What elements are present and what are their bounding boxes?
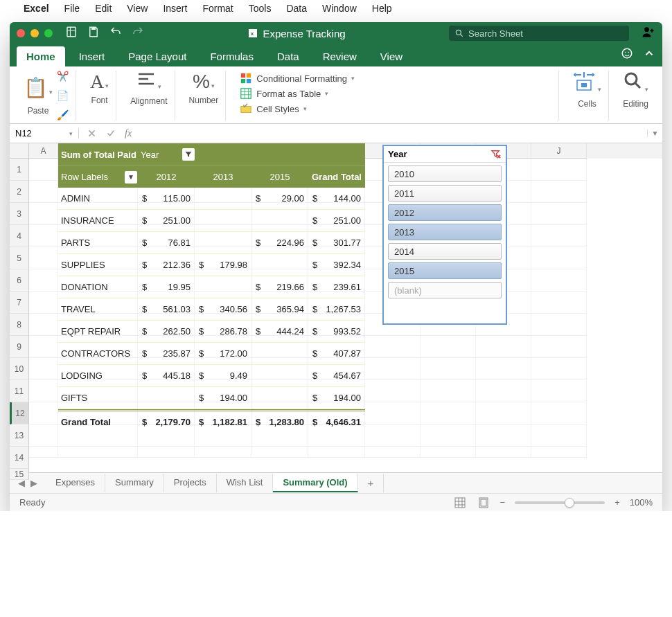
slicer-item-2013[interactable]: 2013 xyxy=(388,224,502,240)
smiley-feedback-icon[interactable] xyxy=(621,47,633,62)
tab-insert[interactable]: Insert xyxy=(69,46,115,66)
cut-icon[interactable]: ✂️ xyxy=(57,71,69,82)
tab-formulas[interactable]: Formulas xyxy=(200,46,263,66)
row-header-8[interactable]: 8 xyxy=(10,314,29,336)
menu-help[interactable]: Help xyxy=(372,3,392,14)
accept-formula-icon[interactable] xyxy=(106,129,115,138)
row-header-6[interactable]: 6 xyxy=(10,269,29,292)
paste-button[interactable]: 📋▾ xyxy=(24,76,53,99)
alignment-button[interactable]: ▾ xyxy=(136,71,161,93)
slicer-item-2015[interactable]: 2015 xyxy=(388,262,502,279)
slicer-item-blank[interactable]: (blank) xyxy=(388,282,502,298)
pivot-row[interactable]: ADMIN$115.00$29.00$144.00 xyxy=(58,188,365,210)
minimize-window-button[interactable] xyxy=(30,29,39,37)
zoom-level[interactable]: 100% xyxy=(630,497,653,508)
font-button[interactable]: A▾ xyxy=(90,71,109,93)
year-slicer[interactable]: Year 201020112012201320142015(blank) xyxy=(382,145,507,325)
sheet-tab-wish-list[interactable]: Wish List xyxy=(217,474,274,492)
pivot-row[interactable]: GIFTS$194.00$194.00 xyxy=(58,387,365,409)
col-header-J[interactable]: J xyxy=(531,143,587,159)
zoom-out-button[interactable]: − xyxy=(500,497,506,508)
conditional-formatting-button[interactable]: Conditional Formatting▾ xyxy=(240,72,551,84)
pivot-row[interactable]: PARTS$76.81$224.96$301.77 xyxy=(58,232,365,254)
pivot-grand-total-row[interactable]: Grand Total$2,179.70$1,182.81$1,283.80$4… xyxy=(58,409,365,433)
slicer-item-2014[interactable]: 2014 xyxy=(388,243,502,260)
clear-filter-icon[interactable] xyxy=(490,150,502,159)
row-header-9[interactable]: 9 xyxy=(10,336,29,358)
new-workbook-icon[interactable] xyxy=(65,26,78,41)
pivot-row[interactable]: SUPPLIES$212.36$179.98$392.34 xyxy=(58,254,365,276)
pivot-row[interactable]: CONTRACTORS$235.87$172.00$407.87 xyxy=(58,343,365,365)
fx-icon[interactable]: fx xyxy=(125,128,132,139)
tab-home[interactable]: Home xyxy=(17,46,65,66)
row-header-7[interactable]: 7 xyxy=(10,292,29,314)
pivot-row[interactable]: DONATION$19.95$219.66$239.61 xyxy=(58,276,365,298)
row-header-4[interactable]: 4 xyxy=(10,225,29,247)
next-sheet-icon[interactable]: ▶ xyxy=(30,478,37,488)
app-menu[interactable]: Excel xyxy=(24,3,49,14)
menu-edit[interactable]: Edit xyxy=(95,3,112,14)
page-layout-view-icon[interactable] xyxy=(477,496,490,510)
number-format-button[interactable]: %▾ xyxy=(193,71,215,93)
cells-button[interactable]: ▾ xyxy=(573,71,601,96)
sheet-tab-expenses[interactable]: Expenses xyxy=(46,474,105,492)
select-all-corner[interactable] xyxy=(10,143,29,159)
row-header-5[interactable]: 5 xyxy=(10,247,29,269)
redo-icon[interactable] xyxy=(132,26,144,41)
row-header-2[interactable]: 2 xyxy=(10,181,29,203)
tab-page-layout[interactable]: Page Layout xyxy=(118,46,196,66)
menu-tools[interactable]: Tools xyxy=(249,3,272,14)
close-window-button[interactable] xyxy=(17,29,25,37)
undo-icon[interactable] xyxy=(109,26,122,41)
menu-data[interactable]: Data xyxy=(286,3,307,14)
search-icon xyxy=(454,28,464,38)
menu-insert[interactable]: Insert xyxy=(163,3,187,14)
cancel-formula-icon[interactable] xyxy=(87,129,96,138)
search-sheet-input[interactable]: Search Sheet xyxy=(449,26,629,41)
format-as-table-button[interactable]: Format as Table▾ xyxy=(240,87,551,100)
sheet-tab-summary[interactable]: Summary xyxy=(105,474,164,492)
pivot-row[interactable]: TRAVEL$561.03$340.56$365.94$1,267.53 xyxy=(58,298,365,321)
menu-file[interactable]: File xyxy=(64,3,80,14)
row-header-14[interactable]: 14 xyxy=(10,447,29,469)
slicer-item-2012[interactable]: 2012 xyxy=(388,204,502,221)
menu-window[interactable]: Window xyxy=(322,3,357,14)
tab-data[interactable]: Data xyxy=(267,46,309,66)
add-sheet-button[interactable]: + xyxy=(358,474,384,492)
col-header-A[interactable]: A xyxy=(29,143,58,159)
editing-button[interactable]: ▾ xyxy=(623,71,648,96)
tab-view[interactable]: View xyxy=(371,46,412,66)
zoom-window-button[interactable] xyxy=(44,29,53,37)
expand-formula-bar-icon[interactable]: ▼ xyxy=(647,129,662,137)
row-header-11[interactable]: 11 xyxy=(10,380,29,402)
zoom-slider[interactable] xyxy=(515,501,605,504)
pivot-row-filter-icon[interactable]: ▼ xyxy=(125,171,137,184)
pivot-row[interactable]: INSURANCE$251.00$251.00 xyxy=(58,210,365,232)
row-header-12[interactable]: 12 xyxy=(10,402,29,424)
row-header-3[interactable]: 3 xyxy=(10,203,29,225)
sheet-tab-summary-old-[interactable]: Summary (Old) xyxy=(273,474,357,492)
share-button[interactable] xyxy=(642,25,655,42)
sheet-tab-projects[interactable]: Projects xyxy=(164,474,217,492)
normal-view-icon[interactable] xyxy=(453,496,467,510)
grid[interactable]: ABCDEFGHIJ Sum of Total Paid Year Row La… xyxy=(29,143,662,472)
pivot-column-filter-icon[interactable] xyxy=(182,148,195,161)
row-header-15[interactable]: 15 xyxy=(10,469,29,480)
slicer-item-2011[interactable]: 2011 xyxy=(388,185,502,202)
menu-format[interactable]: Format xyxy=(202,3,233,14)
collapse-ribbon-icon[interactable] xyxy=(643,47,655,62)
row-header-13[interactable]: 13 xyxy=(10,424,29,447)
row-header-10[interactable]: 10 xyxy=(10,358,29,380)
save-icon[interactable] xyxy=(87,26,100,41)
name-box[interactable]: N12▾ xyxy=(10,128,79,138)
menu-view[interactable]: View xyxy=(127,3,148,14)
format-painter-icon[interactable]: 🖌️ xyxy=(57,109,69,120)
tab-review[interactable]: Review xyxy=(313,46,366,66)
cell-styles-button[interactable]: Cell Styles▾ xyxy=(240,102,551,115)
zoom-in-button[interactable]: + xyxy=(614,497,620,508)
pivot-row[interactable]: EQPT REPAIR$262.50$286.78$444.24$993.52 xyxy=(58,321,365,343)
slicer-item-2010[interactable]: 2010 xyxy=(388,166,502,182)
copy-icon[interactable]: 📄 xyxy=(57,90,69,101)
row-header-1[interactable]: 1 xyxy=(10,159,29,181)
pivot-row[interactable]: LODGING$445.18$9.49$454.67 xyxy=(58,365,365,387)
